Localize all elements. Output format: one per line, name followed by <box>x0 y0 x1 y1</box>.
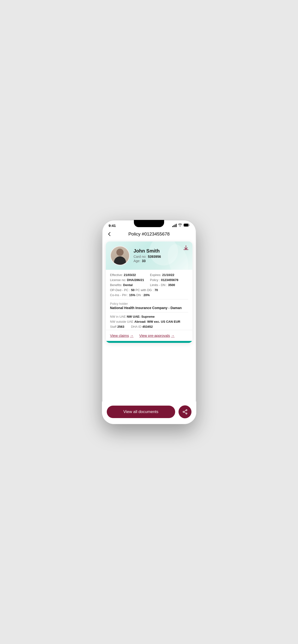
avatar <box>110 246 130 266</box>
policy-label: Policy : <box>150 278 160 282</box>
license-row: License no: DHA/286/21 <box>110 278 148 282</box>
card-body: Effective: 21/03/22 Expires: 21/10/22 Li… <box>106 270 192 328</box>
nw-uae-row: NW in UAE NW UAE: Supreme <box>110 315 188 318</box>
co-ins-ph-value: 15% <box>129 293 135 297</box>
policy-holder-value: National Health Insurance Company - Dama… <box>110 306 188 310</box>
view-pre-approvals-link[interactable]: View pre-approvals → <box>139 334 175 338</box>
nw-uae-label: NW in UAE <box>110 315 126 318</box>
view-claims-link[interactable]: View claims → <box>110 334 134 338</box>
card-number-label: Card no: <box>134 255 146 258</box>
back-button[interactable] <box>107 232 112 237</box>
license-label: License no: <box>110 278 126 282</box>
effective-label: Effective: <box>110 273 123 277</box>
avatar-placeholder <box>111 246 129 265</box>
effective-value: 21/03/22 <box>124 273 136 277</box>
staff-label: Staff <box>110 325 117 328</box>
benefits-value: Dental <box>123 283 133 287</box>
divider-2 <box>110 312 188 312</box>
policy-card: John Smith Card no: 5393956 Age: 33 <box>106 242 192 343</box>
nw-outside-row: NW outside UAE Abroad: WW exc. US CAN EU… <box>110 320 188 324</box>
policy-value: 0123455678 <box>161 278 178 282</box>
benefits-label: Benefits: <box>110 283 122 287</box>
limits-row: Limits - DN : 3500 <box>150 283 188 287</box>
share-icon <box>182 409 188 415</box>
svg-line-5 <box>184 410 186 411</box>
view-pre-approvals-label: View pre-approvals <box>139 334 170 338</box>
download-button[interactable] <box>183 245 189 252</box>
benefits-row: Benefits: Dental <box>110 283 148 287</box>
co-ins-dn-label: DN : <box>136 293 142 297</box>
main-content: John Smith Card no: 5393956 Age: 33 <box>102 240 196 402</box>
op-ded-label: OP-Ded - PC : <box>110 288 130 292</box>
svg-line-6 <box>184 412 186 413</box>
op-ded-pc-dg-value: 70 <box>155 288 158 292</box>
limits-label: Limits - DN : <box>150 283 167 287</box>
user-name: John Smith <box>134 248 188 254</box>
license-value: DHA/286/21 <box>127 278 144 282</box>
expires-label: Expires: <box>150 273 161 277</box>
svg-point-2 <box>186 410 187 411</box>
svg-rect-1 <box>184 224 188 226</box>
card-number-row: Card no: 5393956 <box>134 255 188 258</box>
policy-row: Policy : 0123455678 <box>150 278 188 282</box>
co-ins-dn-value: 20% <box>143 293 150 297</box>
notch <box>134 220 164 227</box>
op-ded-pc-dg-label: PC with DG : <box>135 288 154 292</box>
page-header: Policy #0123455678 <box>102 229 196 240</box>
card-footer: View claims → View pre-approvals → <box>106 330 192 341</box>
co-ins-row: Co-Ins - PH : 15% DN : 20% <box>110 293 188 297</box>
nw-uae-value: NW UAE: Supreme <box>127 315 155 318</box>
share-button[interactable] <box>179 406 192 418</box>
card-number-value: 5393956 <box>148 255 161 258</box>
nw-outside-label: NW outside UAE <box>110 320 134 324</box>
nw-outside-value: Abroad: WW exc. US CAN EUR <box>134 320 180 324</box>
teal-accent-bar <box>106 341 192 343</box>
avatar-body <box>114 256 126 265</box>
wifi-icon <box>178 223 182 228</box>
op-ded-row: OP-Ded - PC : 50 PC with DG : 70 <box>110 288 188 292</box>
card-header: John Smith Card no: 5393956 Age: 33 <box>106 242 192 270</box>
svg-point-4 <box>186 413 187 414</box>
divider-1 <box>110 299 188 300</box>
phone-frame: 9:41 <box>102 220 196 424</box>
view-pre-approvals-arrow: → <box>171 334 175 338</box>
status-time: 9:41 <box>109 224 116 228</box>
battery-icon <box>184 223 190 228</box>
view-claims-label: View claims <box>110 334 129 338</box>
bottom-bar: View all documents <box>102 402 196 424</box>
age-label: Age: <box>134 259 140 263</box>
staff-dha-row: Staff 2563 DHA ID 453452 <box>110 325 188 328</box>
expires-value: 21/10/22 <box>162 273 175 277</box>
policy-holder-label: Policy holder <box>110 302 188 306</box>
age-value: 33 <box>142 259 146 263</box>
page-title: Policy #0123455678 <box>128 232 170 237</box>
staff-value: 2563 <box>117 325 124 328</box>
effective-row: Effective: 21/03/22 <box>110 273 148 277</box>
view-all-documents-button[interactable]: View all documents <box>107 406 175 418</box>
svg-point-3 <box>183 411 184 412</box>
signal-icon <box>172 224 177 227</box>
user-info: John Smith Card no: 5393956 Age: 33 <box>134 248 188 263</box>
status-icons <box>172 223 190 228</box>
info-grid: Effective: 21/03/22 Expires: 21/10/22 Li… <box>110 273 188 297</box>
dha-id-value: 453452 <box>142 325 153 328</box>
policy-holder-section: Policy holder National Health Insurance … <box>110 302 188 310</box>
dha-id-label: DHA ID <box>131 325 141 328</box>
op-ded-pc-value: 50 <box>131 288 134 292</box>
limits-value: 3500 <box>168 283 175 287</box>
co-ins-label: Co-Ins - <box>110 293 121 297</box>
co-ins-ph-label: PH : <box>122 293 128 297</box>
age-row: Age: 33 <box>134 259 188 263</box>
avatar-head <box>116 249 123 256</box>
view-claims-arrow: → <box>130 334 133 338</box>
